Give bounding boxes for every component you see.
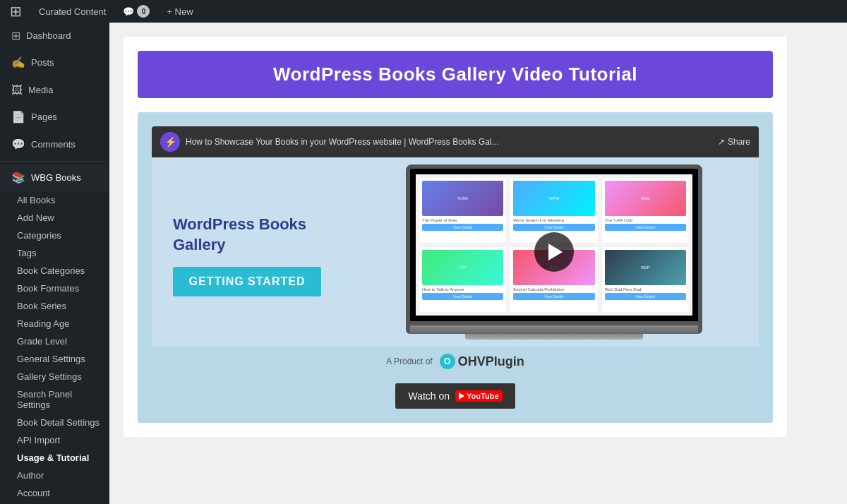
banner-title: WordPress Books Gallery Video Tutorial: [273, 64, 637, 85]
submenu-all-books[interactable]: All Books: [0, 191, 109, 209]
comments-count-badge: 0: [137, 5, 150, 18]
site-title-item[interactable]: Curated Content: [35, 0, 110, 23]
book-cover-6: RDP: [605, 250, 686, 285]
video-top-bar-left: ⚡ How to Showcase Your Books in your Wor…: [160, 132, 499, 152]
book-card: RDP Rich Dad Poor Dad View Details: [601, 246, 690, 313]
book-view-btn: View Details: [513, 293, 594, 300]
video-left-title: WordPress Books Gallery: [173, 215, 335, 255]
book-view-btn: View Details: [605, 224, 686, 231]
play-button[interactable]: [534, 232, 574, 272]
video-right: NOW The Power of Now View Details WFM We…: [349, 157, 759, 347]
watch-label: Watch on: [408, 390, 450, 402]
play-triangle-icon: [548, 244, 563, 260]
video-bar-text: How to Showcase Your Books in your WordP…: [186, 137, 499, 147]
plugin-icon-symbol: ⚡: [164, 136, 176, 148]
submenu-tags[interactable]: Tags: [0, 244, 109, 262]
sidebar-item-label: WBG Books: [31, 172, 81, 184]
book-cover-1: NOW: [422, 181, 503, 216]
product-badge: A Product of O OHVPlugin: [386, 347, 524, 372]
sidebar-item-wbg-books[interactable]: 📚 WBG Books: [0, 164, 109, 191]
submenu-search-panel-settings[interactable]: Search Panel Settings: [0, 385, 109, 414]
youtube-logo: YouTube: [455, 390, 502, 402]
ohvplugin-logo: O OHVPlugin: [440, 354, 524, 369]
laptop-stand: [465, 334, 643, 340]
submenu-categories[interactable]: Categories: [0, 227, 109, 244]
sidebar-item-comments[interactable]: 💬 Comments: [0, 131, 109, 158]
product-prefix: A Product of: [386, 356, 432, 366]
submenu-api-import[interactable]: API Import: [0, 431, 109, 449]
submenu-author[interactable]: Author: [0, 467, 109, 484]
video-container: ⚡ How to Showcase Your Books in your Wor…: [138, 112, 773, 423]
comments-icon: 💬: [11, 137, 25, 152]
book-view-btn: View Details: [513, 224, 594, 231]
submenu-book-formates[interactable]: Book Formates: [0, 280, 109, 297]
new-item[interactable]: + New: [162, 0, 197, 23]
sidebar-divider: [0, 161, 109, 162]
posts-icon: ✍: [11, 55, 25, 71]
laptop-base: [406, 325, 702, 334]
submenu-book-series[interactable]: Book Series: [0, 297, 109, 315]
ohvplugin-text: OHVPlugin: [458, 354, 524, 369]
share-label: Share: [728, 137, 750, 147]
main-content: WordPress Books Gallery Video Tutorial ⚡…: [109, 23, 847, 504]
admin-bar: ⊞ Curated Content 💬 0 + New: [0, 0, 847, 23]
new-label: + New: [167, 6, 193, 17]
submenu-grade-level[interactable]: Grade Level: [0, 332, 109, 350]
sidebar-item-label: Pages: [31, 111, 57, 124]
submenu-book-categories[interactable]: Book Categories: [0, 262, 109, 280]
comments-item[interactable]: 💬 0: [119, 0, 154, 23]
sidebar-item-posts[interactable]: ✍ Posts: [0, 49, 109, 76]
comments-bubble-icon: 💬: [123, 6, 134, 17]
book-cover-4: HTT: [422, 250, 503, 285]
sidebar: ⊞ Dashboard ✍ Posts 🖼 Media 📄 Pages 💬 Co…: [0, 23, 109, 504]
dashboard-icon: ⊞: [11, 28, 20, 44]
submenu-usage-tutorial[interactable]: Usage & Tutorial: [0, 449, 109, 467]
sidebar-item-label: Posts: [31, 56, 54, 69]
submenu-reading-age[interactable]: Reading Age: [0, 315, 109, 332]
submenu-account[interactable]: Account: [0, 484, 109, 502]
submenu-add-new[interactable]: Add New: [0, 209, 109, 227]
ohv-circle-icon: O: [440, 354, 455, 369]
video-tutorial-banner: WordPress Books Gallery Video Tutorial: [138, 51, 773, 98]
sidebar-item-media[interactable]: 🖼 Media: [0, 77, 109, 104]
submenu-book-detail-settings[interactable]: Book Detail Settings: [0, 414, 109, 431]
share-icon: ↗: [718, 137, 725, 147]
wbg-books-icon: 📚: [11, 170, 25, 186]
sidebar-item-label: Dashboard: [26, 30, 71, 42]
book-card: HTT How to Talk to Anyone View Details: [419, 246, 507, 313]
youtube-play-icon: [459, 392, 464, 400]
sidebar-item-label: Media: [28, 84, 53, 97]
pages-icon: 📄: [11, 109, 25, 125]
youtube-label: YouTube: [467, 392, 498, 400]
video-top-bar: ⚡ How to Showcase Your Books in your Wor…: [152, 126, 759, 157]
submenu-general-settings[interactable]: General Settings: [0, 350, 109, 368]
site-title-label: Curated Content: [39, 6, 106, 17]
video-body: WordPress Books Gallery GETTING STARTED …: [152, 157, 759, 347]
book-view-btn: View Details: [605, 293, 686, 300]
book-view-btn: View Details: [422, 224, 503, 231]
media-icon: 🖼: [11, 83, 23, 98]
wp-logo-item[interactable]: ⊞: [6, 0, 26, 23]
book-card: 5AM The 5 AM Club View Details: [601, 177, 690, 244]
watch-youtube-button[interactable]: Watch on YouTube: [395, 383, 515, 409]
book-cover-3: 5AM: [605, 181, 686, 216]
wp-logo-icon: ⊞: [10, 3, 22, 20]
video-left: WordPress Books Gallery GETTING STARTED: [152, 157, 349, 347]
plugin-icon: ⚡: [160, 132, 180, 152]
sidebar-item-dashboard[interactable]: ⊞ Dashboard: [0, 23, 109, 49]
content-wrap: WordPress Books Gallery Video Tutorial ⚡…: [124, 37, 787, 437]
sidebar-item-label: Comments: [31, 138, 76, 151]
book-view-btn: View Details: [422, 293, 503, 300]
sidebar-item-pages[interactable]: 📄 Pages: [0, 104, 109, 131]
book-cover-2: WFM: [513, 181, 594, 216]
video-share-button[interactable]: ↗ Share: [718, 137, 750, 147]
submenu-gallery-settings[interactable]: Gallery Settings: [0, 368, 109, 385]
book-card: NOW The Power of Now View Details: [419, 177, 507, 244]
getting-started-button[interactable]: GETTING STARTED: [173, 267, 321, 296]
